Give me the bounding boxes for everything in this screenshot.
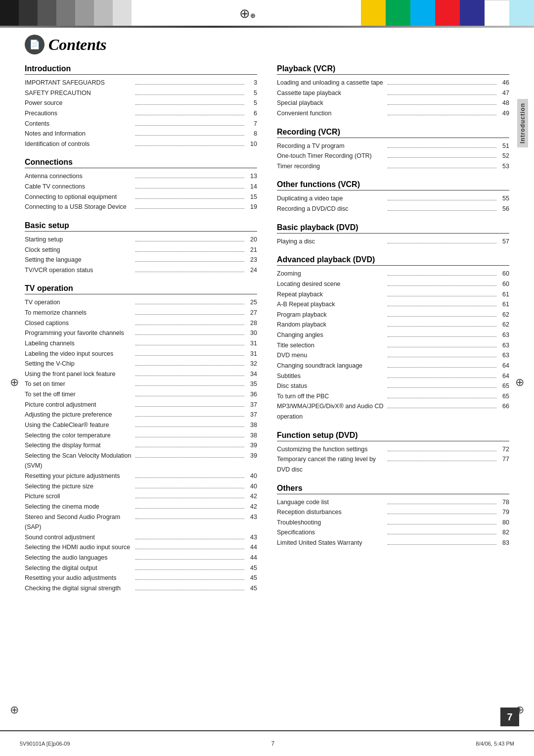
toc-page-number: 45: [246, 563, 257, 573]
section-title: Introduction: [25, 64, 257, 75]
crosshair-right: ⊕: [515, 376, 524, 389]
toc-entry-text: Notes and Information: [25, 129, 134, 139]
toc-entry-text: Setting the V-Chip: [25, 359, 134, 369]
toc-page-number: 5: [246, 88, 257, 98]
toc-page-number: 5: [246, 98, 257, 108]
toc-page-number: 45: [246, 583, 257, 594]
toc-dots: [135, 508, 244, 509]
toc-entry: Precautions6: [25, 108, 257, 119]
section-title: Function setup (DVD): [277, 431, 509, 441]
section-title: TV operation: [25, 284, 257, 294]
toc-entry: Antenna connections13: [25, 171, 257, 182]
toc-page-number: 60: [498, 279, 509, 289]
toc-page-number: 19: [246, 202, 257, 212]
toc-dots: [388, 347, 496, 347]
toc-entry-text: Selecting the picture size: [25, 481, 134, 492]
toc-entry: Using the CableClear® feature38: [25, 420, 257, 430]
toc-entry: Labeling the video input sources31: [25, 349, 257, 359]
section-title: Others: [277, 484, 509, 494]
toc-entry-text: To set on timer: [25, 379, 134, 389]
toc-entry: Subtitles64: [277, 371, 509, 381]
toc-entry-text: Customizing the function settings: [277, 444, 386, 455]
color-block-gray3: [75, 0, 94, 26]
toc-entry: Resetting your picture adjustments40: [25, 471, 257, 481]
toc-dots: [388, 316, 496, 317]
toc-page-number: 55: [498, 193, 509, 204]
toc-entry-text: Selecting the HDMI audio input source: [25, 542, 134, 553]
toc-entry: Playing a disc57: [277, 236, 509, 247]
toc-dots: [388, 243, 496, 243]
toc-page-number: 61: [498, 299, 509, 310]
toc-dots: [388, 398, 496, 398]
toc-entry: Labeling channels31: [25, 338, 257, 349]
toc-entry-text: Playing a disc: [277, 236, 386, 247]
side-label: Introduction: [517, 99, 528, 147]
toc-page-number: 79: [498, 507, 509, 518]
section-title: Basic playback (DVD): [277, 223, 509, 234]
section-title: Connections: [25, 158, 257, 168]
toc-entry-text: One-touch Timer Recording (OTR): [277, 151, 386, 161]
toc-dots: [135, 208, 244, 209]
color-block-gray5: [113, 0, 132, 26]
toc-entry: Convenient function49: [277, 108, 509, 119]
color-block-cyan: [410, 0, 435, 26]
toc-entry-text: Checking the digital signal strength: [25, 583, 134, 594]
toc-page-number: 63: [498, 350, 509, 361]
toc-dots: [388, 534, 496, 534]
toc-dots: [135, 125, 244, 126]
toc-entry-text: To memorize channels: [25, 308, 134, 318]
toc-entry-text: Limited United States Warranty: [277, 538, 386, 548]
toc-dots: [135, 539, 244, 539]
toc-entry-text: Closed captions: [25, 318, 134, 329]
toc-entry: Cassette tape playback47: [277, 88, 509, 98]
toc-page-number: 36: [246, 389, 257, 400]
toc-entry: One-touch Timer Recording (OTR)52: [277, 151, 509, 161]
toc-page-number: 39: [246, 440, 257, 451]
toc-dots: [135, 355, 244, 356]
color-block-blue: [460, 0, 485, 26]
toc-dots: [388, 544, 496, 545]
toc-page-number: 63: [498, 330, 509, 340]
toc-entry: Selecting the display format39: [25, 440, 257, 451]
toc-page-number: 27: [246, 308, 257, 318]
toc-entry-text: Power source: [25, 98, 134, 108]
toc-entry-text: IMPORTANT SAFEGUARDS: [25, 78, 134, 88]
section-title: Playback (VCR): [277, 64, 509, 75]
toc-dots: [388, 326, 496, 327]
toc-entry-text: Temporary cancel the rating level by DVD…: [277, 454, 386, 474]
toc-entry-text: SAFETY PRECAUTION: [25, 88, 134, 98]
toc-page-number: 20: [246, 235, 257, 245]
footer-right: 8/4/06, 5:43 PM: [476, 741, 514, 747]
toc-entry: Changing soundtrack language64: [277, 361, 509, 371]
toc-page-number: 30: [246, 328, 257, 338]
toc-page-number: 13: [246, 171, 257, 182]
toc-entry: Selecting the color temperature38: [25, 430, 257, 441]
toc-entry: Reception disturbances79: [277, 507, 509, 518]
toc-entry: DVD menu63: [277, 350, 509, 361]
toc-dots: [388, 504, 496, 504]
toc-entry-text: Duplicating a video tape: [277, 193, 386, 204]
toc-dots: [388, 104, 496, 105]
toc-entry-text: Resetting your audio adjustments: [25, 573, 134, 583]
toc-entry-text: Specifications: [277, 527, 386, 538]
toc-entry: Specifications82: [277, 527, 509, 538]
toc-section: Playback (VCR)Loading and unloading a ca…: [277, 64, 509, 119]
left-color-blocks: [0, 0, 132, 26]
toc-dots: [135, 365, 244, 366]
toc-dots: [388, 378, 496, 378]
toc-page-number: 43: [246, 532, 257, 543]
toc-page-number: 44: [246, 542, 257, 553]
toc-dots: [135, 334, 244, 335]
toc-entry-text: Connecting to optional equipment: [25, 192, 134, 202]
toc-page-number: 24: [246, 265, 257, 276]
toc-page-number: 37: [246, 400, 257, 410]
contents-title-text: Contents: [48, 36, 106, 54]
toc-entry-text: Starting setup: [25, 235, 134, 245]
color-block-black1: [0, 0, 19, 26]
toc-page-number: 52: [498, 151, 509, 161]
toc-entry: Power source5: [25, 98, 257, 108]
toc-dots: [135, 437, 244, 437]
toc-page-number: 42: [246, 491, 257, 502]
toc-section: Function setup (DVD)Customizing the func…: [277, 431, 509, 475]
toc-dots: [388, 306, 496, 306]
